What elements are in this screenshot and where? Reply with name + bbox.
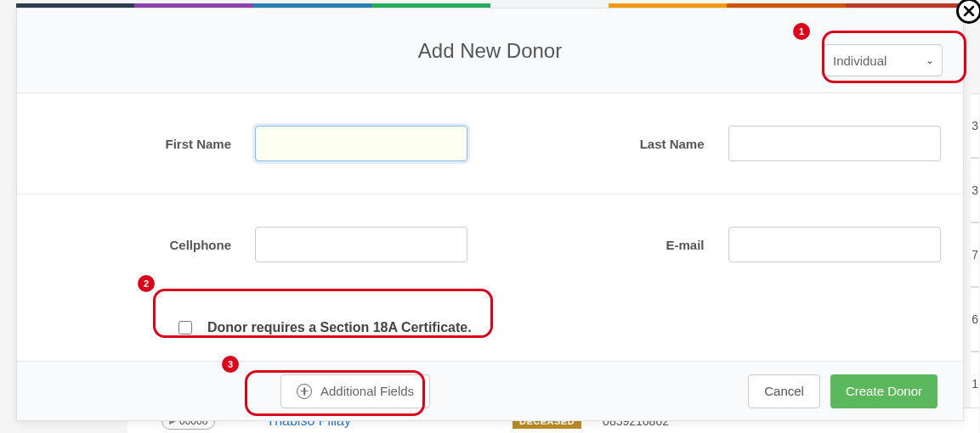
bg-cell: 7 (971, 222, 979, 287)
section-18a-row: Donor requires a Section 18A Certificate… (17, 295, 963, 361)
bg-cell: 3 (971, 158, 979, 222)
donor-type-select[interactable]: Individual (824, 44, 943, 76)
plus-circle-icon (297, 384, 312, 399)
cellphone-label: Cellphone (102, 238, 255, 252)
email-input[interactable] (728, 227, 941, 262)
add-donor-modal: Add New Donor Individual ⌄ First Name La… (16, 8, 964, 421)
bg-cell: 3 (971, 93, 979, 158)
modal-title: Add New Donor (418, 39, 562, 63)
create-donor-button[interactable]: Create Donor (830, 374, 938, 408)
modal-body: First Name Last Name Cellphone E-mail Do… (17, 93, 963, 361)
last-name-label: Last Name (575, 137, 728, 151)
last-name-input[interactable] (728, 126, 941, 161)
close-icon (963, 5, 975, 17)
first-name-input[interactable] (255, 126, 467, 161)
form-row-contact: Cellphone E-mail (17, 194, 963, 295)
close-button[interactable] (956, 0, 980, 24)
additional-fields-label: Additional Fields (320, 384, 414, 398)
bg-cell: 6 (971, 287, 979, 351)
modal-footer: Additional Fields Cancel Create Donor (17, 361, 963, 420)
email-label: E-mail (575, 238, 728, 252)
bg-cell: 1 (971, 351, 979, 416)
cancel-button[interactable]: Cancel (748, 374, 820, 408)
first-name-cell: First Name (17, 126, 490, 161)
section-18a-checkbox[interactable] (178, 321, 192, 335)
cellphone-cell: Cellphone (17, 227, 490, 262)
email-cell: E-mail (490, 227, 964, 262)
first-name-label: First Name (102, 137, 255, 151)
modal-header: Add New Donor Individual ⌄ (17, 8, 963, 93)
last-name-cell: Last Name (490, 126, 964, 161)
form-row-name: First Name Last Name (17, 93, 963, 194)
additional-fields-button[interactable]: Additional Fields (280, 374, 430, 408)
cellphone-input[interactable] (255, 227, 467, 262)
background-right-column: 3 3 7 6 1 (971, 93, 979, 416)
section-18a-label: Donor requires a Section 18A Certificate… (207, 320, 472, 335)
donor-type-select-wrap: Individual ⌄ (824, 44, 943, 76)
